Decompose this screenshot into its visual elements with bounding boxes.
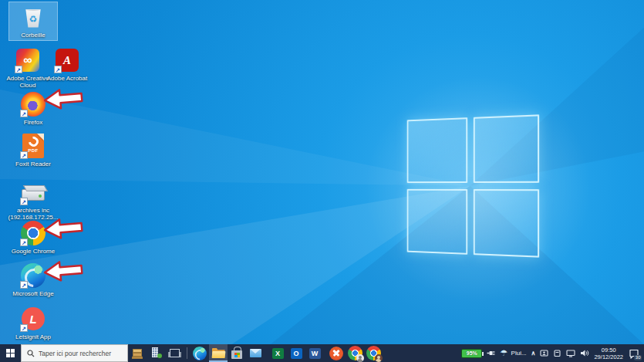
network-display-icon[interactable] [566,349,575,357]
edge-icon [193,347,207,360]
weather-label: Plui... [511,350,527,357]
profile-avatar-badge [356,354,364,362]
taskbar-app-outlook[interactable]: O [287,344,305,362]
battery-indicator[interactable]: 95% [461,349,482,358]
taskbar-app-edge[interactable] [191,344,209,362]
chrome-profile-1-icon [348,346,362,360]
city-building-icon [150,347,162,359]
search-input[interactable] [39,350,125,357]
desktop-icon-label: Letsignit App [15,333,51,340]
task-view-icon [170,349,180,357]
network-drive-icon: ↗ [20,179,46,205]
taskbar-app-chrome-profile-1[interactable] [346,344,364,362]
desktop-icon-label: Corbeille [21,32,46,39]
word-letter: W [312,350,319,357]
tray-card-icon[interactable] [553,349,561,357]
windows-logo-pane [474,114,539,183]
shortcut-arrow-icon: ↗ [20,110,28,117]
shortcut-arrow-icon: ↗ [15,66,22,73]
taskbar-clock[interactable]: 09:50 29/12/2022 [594,347,623,360]
taskbar: X O W 95% ☂ Plui... [0,344,644,362]
annotation-arrow-chrome [42,215,85,242]
mail-icon [250,349,261,357]
microsoft-store-icon [231,350,242,359]
excel-icon: X [272,348,284,359]
taskbar-search[interactable] [21,344,128,362]
taskbar-app-city-building[interactable] [147,344,165,362]
adobe-acrobat-icon: A ↗ [54,47,80,73]
desktop-icon-network-drive[interactable]: ↗ archives inc (192.168.172.25... [6,178,60,222]
taskbar-app-chrome-profile-2[interactable] [364,344,383,362]
weather-widget[interactable]: ☂ Plui... [500,347,526,360]
file-explorer-icon [212,348,225,358]
recycle-symbol-icon: ♻ [25,14,42,25]
desktop-icon-adobe-acrobat[interactable]: A ↗ Adobe Acrobat [43,46,91,83]
desktop-icon-letsignit-app[interactable]: L ↗ Letsignit App [9,304,57,342]
shortcut-arrow-icon: ↗ [20,239,28,246]
volume-icon[interactable] [580,349,589,357]
windows-logo-pane [407,117,468,183]
taskbar-app-file-explorer[interactable] [209,344,228,362]
annotation-arrow-edge [42,258,85,285]
taskbar-app-excel[interactable]: X [268,344,287,362]
desktop-icon-recycle-bin[interactable]: ♻ Corbeille [9,2,57,40]
desktop-wallpaper: ♻ Corbeille ∞ ↗ Adobe Creative Cloud A ↗… [0,0,644,344]
umbrella-weather-icon: ☂ [500,349,507,357]
taskbar-app-archive-boxes[interactable] [128,344,147,362]
shortcut-arrow-icon: ↗ [20,198,28,205]
shortcut-arrow-icon: ↗ [20,151,28,159]
windows-logo-wallpaper [407,114,539,257]
foxit-swirl-icon [26,134,40,148]
letsignit-logo-glyph: L [29,313,36,326]
start-button[interactable] [0,344,21,362]
outlook-icon: O [291,348,302,359]
shortcut-arrow-icon: ↗ [20,281,28,289]
recycle-bin-icon: ♻ [20,4,46,30]
archive-boxes-icon [131,348,143,359]
tray-remote-app-icon[interactable] [540,349,548,357]
annotation-arrow-firefox [42,86,85,113]
windows-logo-pane [474,189,539,258]
desktop-icon-foxit-reader[interactable]: PDF ↗ Foxit Reader [9,131,57,169]
desktop-icon-label: Foxit Reader [15,161,51,167]
adobe-creative-cloud-icon: ∞ ↗ [15,47,41,73]
desktop-icon-label: Google Chrome [12,248,55,255]
taskbar-separator [187,347,187,359]
taskbar-app-red-circle[interactable] [327,344,346,362]
action-center-button[interactable]: 30 [628,347,640,360]
letsignit-app-icon: L ↗ [20,306,46,332]
word-icon: W [309,348,321,359]
desktop-icon-label: Microsoft Edge [12,290,53,297]
recycle-bin-body: ♻ [25,7,42,28]
power-plug-icon [487,349,495,357]
task-view-button[interactable] [165,344,184,362]
taskbar-app-mail[interactable] [246,344,265,362]
shortcut-arrow-icon: ↗ [54,66,62,73]
desktop-icon-label: Adobe Acrobat [47,75,87,82]
shortcut-arrow-icon: ↗ [20,324,28,332]
profile-avatar-badge [375,354,383,362]
adobe-cc-logo-glyph: ∞ [23,53,32,67]
windows-logo-pane [407,189,468,255]
clock-time: 09:50 [602,347,616,354]
chrome-profile-2-icon [366,346,381,360]
taskbar-app-microsoft-store[interactable] [228,344,246,362]
hidden-icons-chevron[interactable]: ∧ [531,350,536,357]
foxit-reader-icon: PDF ↗ [20,133,46,159]
taskbar-app-word[interactable]: W [305,344,324,362]
outlook-letter: O [293,350,298,357]
red-circle-app-icon [329,347,343,360]
building-tree [157,354,162,358]
windows-start-icon [6,349,15,357]
notification-count-badge: 30 [634,355,642,360]
acrobat-logo-glyph: A [63,54,71,67]
system-tray: 95% ☂ Plui... ∧ [461,344,644,362]
excel-letter: X [275,350,280,357]
clock-date: 29/12/2022 [594,354,623,360]
battery-percent: 95% [467,350,477,356]
search-icon [27,350,35,357]
desktop-icon-label: Firefox [24,119,42,126]
